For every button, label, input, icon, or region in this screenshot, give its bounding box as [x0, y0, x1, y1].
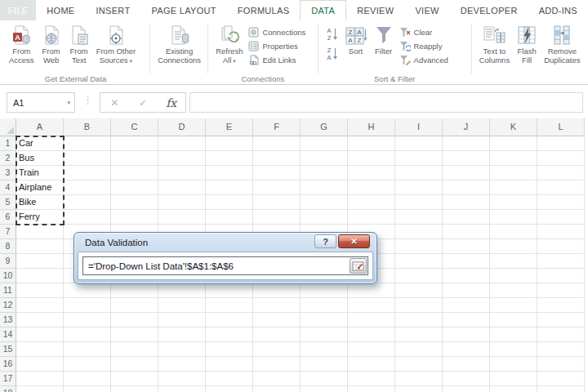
cell-K3[interactable] — [490, 166, 537, 180]
cell-C13[interactable] — [111, 313, 158, 327]
filter-button[interactable]: Filter — [371, 22, 397, 56]
cell-B5[interactable] — [64, 195, 111, 210]
sort-button[interactable]: ZAAZ Sort — [341, 22, 371, 56]
cell-G5[interactable] — [301, 195, 348, 210]
cell-E2[interactable] — [206, 151, 253, 166]
edit-links-button[interactable]: Edit Links — [246, 54, 308, 66]
cell-E6[interactable] — [206, 210, 253, 225]
cell-J1[interactable] — [443, 136, 490, 151]
cell-A1[interactable]: Car — [16, 136, 64, 151]
cell-D17[interactable] — [158, 372, 206, 386]
cell-J13[interactable] — [443, 313, 490, 327]
cell-L10[interactable] — [537, 269, 585, 283]
advanced-filter-button[interactable]: Advanced — [397, 54, 451, 66]
cell-H16[interactable] — [348, 357, 395, 372]
cell-H3[interactable] — [348, 166, 395, 180]
cell-A17[interactable] — [16, 372, 64, 386]
cell-A7[interactable] — [16, 225, 64, 239]
cell-D15[interactable] — [158, 342, 206, 357]
cell-L16[interactable] — [537, 357, 585, 372]
cell-F3[interactable] — [253, 166, 301, 180]
cell-B4[interactable] — [64, 180, 111, 195]
cell-J11[interactable] — [443, 283, 490, 298]
cell-C4[interactable] — [111, 180, 158, 195]
cell-H15[interactable] — [348, 342, 395, 357]
cell-C11[interactable] — [111, 283, 158, 298]
cell-H14[interactable] — [348, 327, 395, 342]
cell-F13[interactable] — [253, 313, 301, 327]
cell-B11[interactable] — [64, 283, 111, 298]
cell-J14[interactable] — [443, 327, 490, 342]
cell-B17[interactable] — [64, 372, 111, 386]
cell-I14[interactable] — [395, 327, 443, 342]
cell-L9[interactable] — [537, 254, 585, 269]
cell-B14[interactable] — [64, 327, 111, 342]
row-header-14[interactable]: 14 — [0, 327, 16, 342]
row-header-15[interactable]: 15 — [0, 342, 16, 357]
tab-file[interactable]: FILE — [0, 0, 36, 20]
cell-F4[interactable] — [253, 180, 301, 195]
cell-D14[interactable] — [158, 327, 206, 342]
cell-E13[interactable] — [206, 313, 253, 327]
properties-button[interactable]: Properties — [246, 40, 308, 52]
cell-C5[interactable] — [111, 195, 158, 210]
cell-L2[interactable] — [537, 151, 585, 166]
cell-D5[interactable] — [158, 195, 206, 210]
column-header-H[interactable]: H — [348, 118, 395, 136]
column-header-C[interactable]: C — [111, 118, 158, 136]
cell-H4[interactable] — [348, 180, 395, 195]
cell-C12[interactable] — [111, 298, 158, 313]
range-reference-input[interactable]: ='Drop-Down List Data'!$A$1:$A$6 — [82, 256, 368, 275]
cell-H2[interactable] — [348, 151, 395, 166]
cell-K1[interactable] — [490, 136, 537, 151]
row-header-12[interactable]: 12 — [0, 298, 16, 313]
cell-G11[interactable] — [301, 283, 348, 298]
cell-L3[interactable] — [537, 166, 585, 180]
row-header-5[interactable]: 5 — [0, 195, 16, 210]
cell-J16[interactable] — [443, 357, 490, 372]
cell-I4[interactable] — [395, 180, 443, 195]
cancel-icon[interactable]: ✕ — [100, 93, 129, 112]
cell-I9[interactable] — [395, 254, 443, 269]
refresh-all-button[interactable]: Refresh All▾ — [212, 22, 246, 66]
cell-B3[interactable] — [64, 166, 111, 180]
cell-J6[interactable] — [443, 210, 490, 225]
cell-D11[interactable] — [158, 283, 206, 298]
cell-G15[interactable] — [301, 342, 348, 357]
cell-D6[interactable] — [158, 210, 206, 225]
cell-G14[interactable] — [301, 327, 348, 342]
cell-K18[interactable] — [490, 386, 537, 392]
cell-H1[interactable] — [348, 136, 395, 151]
cell-A5[interactable]: Bike — [16, 195, 64, 210]
cell-K14[interactable] — [490, 327, 537, 342]
cell-A11[interactable] — [16, 283, 64, 298]
cell-I17[interactable] — [395, 372, 443, 386]
cell-F1[interactable] — [253, 136, 301, 151]
cell-K4[interactable] — [490, 180, 537, 195]
cell-H5[interactable] — [348, 195, 395, 210]
cell-C15[interactable] — [111, 342, 158, 357]
row-header-4[interactable]: 4 — [0, 180, 16, 195]
text-to-columns-button[interactable]: Text to Columns — [476, 22, 514, 65]
tab-review[interactable]: REVIEW — [346, 0, 404, 20]
cell-J15[interactable] — [443, 342, 490, 357]
tab-data[interactable]: DATA — [300, 0, 346, 20]
cell-J10[interactable] — [443, 269, 490, 283]
cell-H13[interactable] — [348, 313, 395, 327]
cell-A6[interactable]: Ferry — [16, 210, 64, 225]
column-header-D[interactable]: D — [158, 118, 206, 136]
cell-K17[interactable] — [490, 372, 537, 386]
cell-C14[interactable] — [111, 327, 158, 342]
cell-F17[interactable] — [253, 372, 301, 386]
row-header-17[interactable]: 17 — [0, 372, 16, 386]
expand-dialog-button[interactable] — [350, 258, 367, 274]
cell-I18[interactable] — [395, 386, 443, 392]
cell-G17[interactable] — [301, 372, 348, 386]
cell-E12[interactable] — [206, 298, 253, 313]
cell-L14[interactable] — [537, 327, 585, 342]
row-header-2[interactable]: 2 — [0, 151, 16, 166]
cell-I5[interactable] — [395, 195, 443, 210]
formula-input[interactable] — [189, 92, 583, 113]
cell-F16[interactable] — [253, 357, 301, 372]
remove-duplicates-button[interactable]: Remove Duplicates — [541, 22, 583, 65]
